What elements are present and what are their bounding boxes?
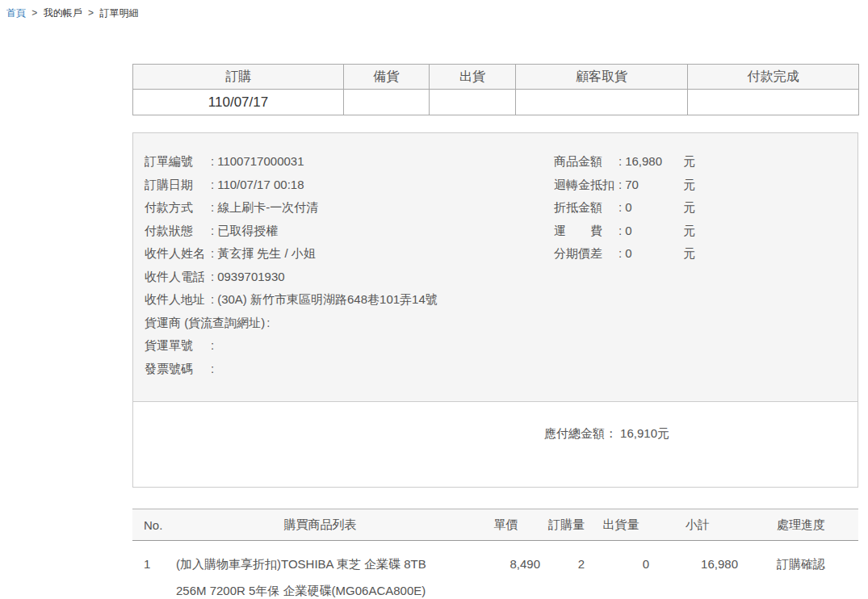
colon: : (619, 154, 622, 168)
colon: : (211, 200, 214, 214)
breadcrumb-item-order-detail: 訂單明細 (99, 7, 138, 19)
rebate-deduction-unit: 元 (683, 174, 695, 197)
shipping-fee-value: 0 (625, 220, 683, 243)
installment-diff-row: 分期價差:0元 (554, 242, 846, 266)
discount-amount-unit: 元 (683, 196, 695, 220)
colon: : (619, 178, 622, 191)
status-header-shipped: 出貨 (430, 65, 516, 90)
products-header-status: 處理進度 (742, 509, 858, 541)
rebate-deduction-row: 迴轉金抵扣:70元 (554, 174, 846, 197)
status-value-shipped (430, 90, 516, 115)
status-value-preparing (344, 90, 430, 115)
breadcrumb: 首頁 > 我的帳戶 > 訂單明細 (0, 0, 868, 24)
recipient-phone-row: 收件人電話:0939701930 (145, 266, 554, 289)
carrier-row: 貨運商 (貨流查詢網址): (145, 312, 554, 335)
payment-method-row: 付款方式:線上刷卡-一次付清 (145, 196, 554, 220)
status-header-ordered: 訂購 (133, 65, 344, 90)
invoice-number-label: 發票號碼 (145, 358, 209, 381)
main-content: 訂購 備貨 出貨 顧客取貨 付款完成 110/07/17 訂單編號:110071… (132, 64, 858, 599)
shipping-fee-label: 運 費 (554, 220, 617, 243)
total-amount-section: 應付總金額： 16,910元 (133, 402, 858, 487)
tracking-number-row: 貨運單號: (145, 334, 554, 358)
colon: : (211, 154, 214, 168)
colon: : (619, 246, 622, 260)
status-header-row: 訂購 備貨 出貨 顧客取貨 付款完成 (133, 65, 859, 90)
discount-amount-row: 折抵金額:0元 (554, 196, 846, 220)
products-table: No. 購買商品列表 單價 訂購量 出貨量 小計 處理進度 1 (加入購物車享折… (132, 509, 858, 599)
payment-status-label: 付款狀態 (145, 220, 209, 243)
product-no: 1 (132, 541, 173, 599)
status-header-preparing: 備貨 (344, 65, 430, 90)
products-header-no: No. (132, 509, 173, 541)
status-header-pickup: 顧客取貨 (516, 65, 688, 90)
order-date-value: 110/07/17 00:18 (217, 178, 304, 191)
payment-status-value: 已取得授權 (217, 224, 278, 237)
order-date-label: 訂購日期 (145, 174, 209, 197)
breadcrumb-separator: > (31, 7, 37, 19)
colon: : (619, 224, 622, 237)
products-header-unit-price: 單價 (468, 509, 544, 541)
colon: : (266, 316, 270, 329)
order-info-right-column: 商品金額:16,980元 迴轉金抵扣:70元 折抵金額:0元 運 費:0元 分期… (554, 150, 846, 388)
products-header-name: 購買商品列表 (173, 509, 468, 541)
products-header-ship-qty: 出貨量 (589, 509, 653, 541)
product-subtotal: 16,980 (653, 541, 742, 599)
order-info-left-column: 訂單編號:1100717000031 訂購日期:110/07/17 00:18 … (145, 150, 554, 388)
recipient-address-value: (30A) 新竹市東區明湖路648巷101弄14號 (217, 292, 438, 306)
colon: : (211, 270, 214, 283)
tracking-number-label: 貨運單號 (145, 334, 209, 358)
order-number-row: 訂單編號:1100717000031 (145, 150, 554, 174)
invoice-number-row: 發票號碼: (145, 358, 554, 381)
item-amount-row: 商品金額:16,980元 (554, 150, 846, 174)
total-amount-value: 16,910元 (620, 426, 669, 440)
installment-diff-value: 0 (625, 242, 683, 266)
recipient-address-label: 收件人地址 (145, 288, 209, 312)
payment-method-label: 付款方式 (145, 196, 209, 220)
order-number-value: 1100717000031 (217, 154, 304, 168)
order-number-label: 訂單編號 (145, 150, 209, 174)
total-amount-label: 應付總金額： (544, 426, 617, 440)
rebate-deduction-value: 70 (625, 174, 683, 197)
colon: : (211, 224, 214, 237)
order-date-row: 訂購日期:110/07/17 00:18 (145, 174, 554, 197)
products-header-row: No. 購買商品列表 單價 訂購量 出貨量 小計 處理進度 (132, 509, 858, 541)
carrier-label: 貨運商 (貨流查詢網址) (145, 312, 265, 335)
product-name: (加入購物車享折扣)TOSHIBA 東芝 企業碟 8TB 256M 7200R … (173, 541, 468, 599)
colon: : (211, 246, 214, 260)
status-value-ordered-date: 110/07/17 (133, 90, 344, 115)
breadcrumb-link-home[interactable]: 首頁 (6, 7, 26, 19)
order-status-table: 訂購 備貨 出貨 顧客取貨 付款完成 110/07/17 (132, 64, 859, 115)
product-row: 1 (加入購物車享折扣)TOSHIBA 東芝 企業碟 8TB 256M 7200… (132, 541, 858, 599)
products-header-subtotal: 小計 (653, 509, 742, 541)
shipping-fee-row: 運 費:0元 (554, 220, 846, 243)
recipient-name-label: 收件人姓名 (145, 242, 209, 266)
colon: : (211, 338, 214, 352)
rebate-deduction-label: 迴轉金抵扣 (554, 174, 617, 197)
breadcrumb-item-account: 我的帳戶 (44, 7, 82, 19)
order-info-detail-section: 訂單編號:1100717000031 訂購日期:110/07/17 00:18 … (133, 133, 858, 402)
colon: : (211, 362, 214, 375)
product-order-qty: 2 (544, 541, 589, 599)
status-value-row: 110/07/17 (133, 90, 859, 115)
recipient-phone-label: 收件人電話 (145, 266, 209, 289)
status-value-paid (688, 90, 859, 115)
item-amount-value: 16,980 (625, 150, 683, 174)
recipient-phone-value: 0939701930 (217, 270, 284, 283)
recipient-name-value: 黃玄揮 先生 / 小姐 (217, 246, 316, 260)
status-header-paid: 付款完成 (688, 65, 859, 90)
products-header-order-qty: 訂購量 (544, 509, 589, 541)
installment-diff-label: 分期價差 (554, 242, 617, 266)
product-ship-qty: 0 (589, 541, 653, 599)
colon: : (211, 178, 214, 191)
installment-diff-unit: 元 (683, 242, 695, 266)
item-amount-unit: 元 (683, 150, 695, 174)
recipient-address-row: 收件人地址:(30A) 新竹市東區明湖路648巷101弄14號 (145, 288, 554, 312)
status-value-pickup (516, 90, 688, 115)
colon: : (211, 292, 214, 306)
colon: : (619, 200, 622, 214)
payment-status-row: 付款狀態:已取得授權 (145, 220, 554, 243)
order-info-panel: 訂單編號:1100717000031 訂購日期:110/07/17 00:18 … (132, 132, 858, 488)
discount-amount-label: 折抵金額 (554, 196, 617, 220)
discount-amount-value: 0 (625, 196, 683, 220)
product-unit-price: 8,490 (468, 541, 544, 599)
